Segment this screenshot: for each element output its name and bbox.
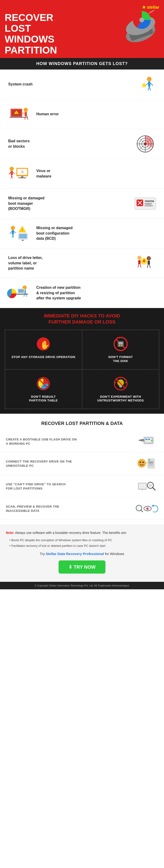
diy-stop-label: STOP ANY STORAGE DRIVE OPERATION [11,355,75,359]
svg-point-94 [117,379,124,386]
recover-title: RECOVER LOST PARTITION & DATA [0,418,164,431]
svg-rect-105 [145,438,152,442]
recover-step-2-text: CONNECT THE RECOVERY DRIVE ON THEUNBOOTA… [6,460,130,468]
svg-point-33 [10,167,14,171]
bcd-icon: ! [5,223,33,244]
diy-no-partition-label: DON'T REBUILTPARTITION TABLE [29,395,58,403]
svg-text:BOOTMGR: BOOTMGR [145,201,153,203]
svg-line-56 [14,231,16,233]
svg-point-132 [147,507,149,510]
usb-drive-icon [135,435,158,448]
recover-step-4-text: SCAN, PREVIEW & RECOVER THEINACCESSIBLE … [6,504,130,513]
recover-step-2: CONNECT THE RECOVERY DRIVE ON THEUNBOOTA… [0,453,164,475]
product-suffix: for Windows [105,552,124,556]
svg-line-71 [140,264,141,267]
bad-sectors-icon [131,133,159,154]
svg-line-130 [141,510,143,512]
partition-item-2-text: Human error [33,112,159,117]
partition-item-6-text: Missing or damagedboot configurationdata… [33,225,159,241]
partition-item-6: Missing or damagedboot configurationdata… [0,219,164,248]
svg-rect-89 [119,345,120,346]
svg-text:!: ! [16,112,17,114]
note-label: Note: [6,531,14,535]
svg-line-124 [153,488,155,490]
svg-rect-19 [25,112,27,116]
svg-line-58 [13,234,13,237]
partition-item-3-text: Bad sectorsor blocks [5,138,131,149]
svg-point-117 [142,462,144,463]
svg-rect-67 [148,260,150,265]
svg-rect-90 [121,345,122,346]
search-partition-icon [135,479,158,494]
diy-no-experiment-label: DON'T EXPERIMENT WITHUNTRUSTWORTHY METHO… [97,395,144,403]
note-paragraph: Note: Always use software with a bootabl… [6,530,158,535]
footer: © Copyright Stellar Information Technolo… [0,582,164,589]
page-title: RECOVER LOST WINDOWS PARTITION [5,12,97,56]
svg-point-121 [142,489,143,490]
svg-point-7 [147,77,152,82]
svg-rect-8 [148,82,151,87]
svg-point-123 [148,483,153,488]
diy-title-line2: FURTHER DAMAGE OR LOSS [5,319,159,325]
diy-item-no-partition: DON'T REBUILTPARTITION TABLE [5,370,82,409]
recover-step-3-text: USE "CAN'T FIND DRIVE" TO SEARCHFOR LOST… [6,482,130,491]
svg-rect-108 [141,439,144,441]
try-now-button[interactable]: ⬇ Try Now [58,560,106,574]
svg-point-115 [137,459,146,467]
drive-letter-icon [131,253,159,274]
svg-rect-42 [21,176,24,178]
svg-point-112 [149,459,150,461]
partition-item-8: Creation of new partition& resizing of p… [0,278,164,308]
svg-point-116 [139,462,141,463]
svg-line-118 [146,463,148,463]
svg-rect-109 [139,440,141,441]
svg-point-18 [24,108,28,112]
svg-line-70 [138,264,139,267]
svg-line-10 [151,83,153,86]
human-error-icon: ! [5,103,33,125]
svg-text:✋: ✋ [40,340,50,350]
svg-point-133 [148,507,149,508]
svg-rect-78 [18,289,24,293]
svg-rect-96 [120,387,122,388]
no-format-icon [111,336,130,352]
svg-rect-34 [10,171,13,175]
svg-text:⚠: ⚠ [20,170,24,174]
footer-text: © Copyright Stellar Information Technolo… [34,584,129,587]
stop-icon: ✋ [34,336,53,352]
note-body: Always use software with a bootable reco… [15,531,127,535]
svg-rect-63 [22,240,24,241]
svg-line-22 [27,116,28,119]
svg-point-64 [137,256,141,260]
diy-item-no-format: DON'T FORMATTHE DISK [82,330,159,369]
header-section: ★ stellar RECOVER LOST WINDOWS PARTITION [0,0,164,58]
virus-icon: ⚠ [5,163,33,184]
scan-preview-recover-icon [135,502,158,515]
svg-rect-65 [138,260,140,264]
svg-rect-95 [119,385,122,387]
recover-step-4: SCAN, PREVIEW & RECOVER THEINACCESSIBLE … [0,498,164,520]
diy-no-format-label: DON'T FORMATTHE DISK [109,355,133,363]
diy-section: IMMEDIATE DIY HACKS TO AVOID FURTHER DAM… [0,308,164,414]
svg-rect-120 [139,484,146,488]
svg-point-53 [11,226,15,230]
recover-section: RECOVER LOST PARTITION & DATA CREATE A B… [0,414,164,524]
svg-line-35 [9,172,10,174]
svg-rect-50 [145,205,153,206]
svg-text:!: ! [22,228,23,232]
note-bullet-1: Boots PC despite the corruption of Windo… [9,538,158,542]
recover-step-3: USE "CAN'T FIND DRIVE" TO SEARCHFOR LOST… [0,475,164,498]
product-link[interactable]: Stellar Data Recovery Professional [46,552,104,556]
svg-point-66 [147,256,151,260]
diy-grid: ✋ STOP ANY STORAGE DRIVE OPERATION D [5,330,159,409]
partition-causes-list: System crash Human error [0,69,164,308]
recover-step-1-text: CREATE A BOOTABLE USB FLASH DRIVE ONA WO… [6,437,130,446]
svg-rect-76 [16,294,28,294]
svg-line-55 [10,231,12,234]
svg-rect-54 [12,230,14,234]
title-line1: RECOVER [5,12,97,23]
how-section-banner: HOW WINDOWS PARTITION GETS LOST? [0,58,164,69]
recover-step-1: CREATE A BOOTABLE USB FLASH DRIVE ONA WO… [0,431,164,453]
svg-line-6 [150,10,155,12]
title-line2: LOST [5,23,97,34]
